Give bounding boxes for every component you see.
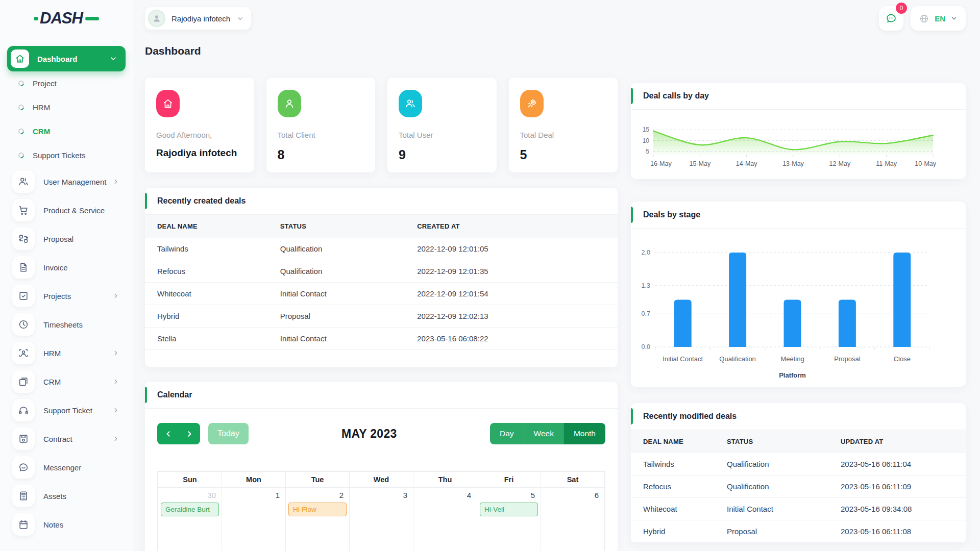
app-root: DASH Dashboard ProjectHRMCRMSupport Tick…	[0, 0, 980, 551]
page-title: Dashboard	[145, 45, 966, 57]
bullet-ring-icon	[17, 80, 25, 87]
deal-calls-card: Deal calls by day 1510516-May15-May14-Ma…	[631, 83, 966, 179]
svg-text:Platform: Platform	[779, 371, 806, 379]
card-title: Recently modified deals	[643, 412, 737, 420]
calendar-event[interactable]: Hi-Veil	[480, 503, 538, 516]
stat-card: Total User9	[387, 78, 497, 172]
calendar-view-week[interactable]: Week	[524, 423, 564, 444]
sidebar-item-assets[interactable]: Assets	[7, 482, 126, 510]
sidebar-item-project[interactable]: Project	[7, 71, 126, 95]
table-cell: Hybrid	[631, 520, 715, 543]
logo-text: DASH	[40, 9, 83, 28]
svg-text:16-May: 16-May	[650, 160, 672, 167]
table-cell: Qualification	[715, 475, 828, 498]
user-icon	[278, 90, 301, 117]
calendar-day-cell[interactable]: 2Hi-Flow	[286, 488, 350, 551]
calendar-today-button[interactable]: Today	[208, 423, 249, 444]
svg-text:Close: Close	[894, 355, 911, 363]
user-scan-icon	[12, 342, 35, 364]
chevron-left-icon	[164, 430, 173, 438]
messages-button[interactable]: 0	[879, 6, 903, 31]
sidebar-item-timesheets[interactable]: Timesheets	[7, 310, 126, 339]
table-cell: 2023-05-16 06:11:09	[828, 475, 966, 498]
svg-text:5: 5	[646, 148, 649, 155]
svg-text:10: 10	[643, 137, 650, 144]
table-cell: 2022-12-09 12:01:35	[405, 260, 618, 283]
svg-text:2.0: 2.0	[642, 249, 650, 256]
calendar-day-cell[interactable]: 3	[350, 488, 413, 551]
sidebar-item-hrm[interactable]: HRM	[7, 339, 126, 367]
calendar-day-cell[interactable]: 4	[413, 488, 477, 551]
sidebar-item-projects[interactable]: Projects	[7, 282, 126, 310]
svg-text:0.0: 0.0	[642, 343, 650, 350]
table-cell: Qualification	[268, 238, 405, 260]
sidebar-item-messenger[interactable]: Messenger	[7, 453, 126, 482]
calendar-day-cell[interactable]: 30Geraldine Burt	[158, 488, 222, 551]
weekday-header: Fri	[477, 472, 541, 488]
calendar-toolbar: Today MAY 2023 DayWeekMonth	[157, 423, 605, 444]
calendar-view-day[interactable]: Day	[490, 423, 524, 444]
chevron-right-icon	[112, 292, 119, 299]
sidebar-item-proposal[interactable]: Proposal	[7, 224, 126, 253]
sidebar-item-dashboard[interactable]: Dashboard	[7, 46, 126, 71]
table-row: StellaInitial Contact2023-05-16 06:08:22	[145, 328, 618, 350]
calendar-event[interactable]: Hi-Flow	[288, 503, 347, 516]
calculator-icon	[12, 485, 35, 507]
sidebar-nav: Dashboard ProjectHRMCRMSupport Tickets U…	[0, 37, 133, 539]
sidebar-item-crm[interactable]: CRM	[7, 367, 126, 396]
sidebar-items: User ManagementProduct & ServiceProposal…	[7, 167, 126, 539]
clock-icon	[12, 313, 35, 336]
app-logo[interactable]: DASH	[0, 0, 133, 37]
sidebar-item-crm[interactable]: CRM	[7, 119, 126, 143]
sidebar-item-support-ticket[interactable]: Support Ticket	[7, 396, 126, 424]
svg-text:12-May: 12-May	[829, 160, 850, 167]
sidebar-item-product-service[interactable]: Product & Service	[7, 196, 126, 224]
sidebar-item-notes[interactable]: Notes	[7, 510, 126, 539]
calendar-day-cell[interactable]: 6	[541, 488, 605, 551]
company-selector[interactable]: Rajodiya infotech	[145, 7, 251, 30]
table-cell: 2023-05-16 06:11:04	[828, 453, 966, 475]
table-cell: 2022-12-09 12:01:05	[405, 238, 618, 260]
day-number: 30	[161, 490, 219, 502]
frame-icon	[12, 370, 35, 393]
notebook-icon	[12, 513, 35, 536]
calendar-view-month[interactable]: Month	[564, 423, 605, 444]
sidebar-item-hrm[interactable]: HRM	[7, 95, 126, 119]
calendar-body: Today MAY 2023 DayWeekMonth SunMonTueWed…	[145, 409, 618, 551]
sidebar-item-user-management[interactable]: User Management	[7, 167, 126, 196]
day-number: 2	[288, 490, 347, 502]
svg-text:10-May: 10-May	[915, 160, 936, 167]
stat-label: Total Deal	[520, 131, 607, 139]
card-header: Recently created deals	[145, 188, 618, 215]
sidebar-item-contract[interactable]: Contract	[7, 424, 126, 453]
column-header: Status	[268, 215, 405, 238]
sidebar-item-label: Notes	[43, 520, 63, 529]
sidebar-item-invoice[interactable]: Invoice	[7, 253, 126, 282]
globe-icon	[919, 13, 929, 24]
calendar-event[interactable]: Geraldine Burt	[161, 503, 219, 516]
sidebar-item-label: Product & Service	[43, 206, 105, 215]
left-column: Good Afternoon,Rajodiya infotechTotal Cl…	[145, 57, 618, 551]
table-cell: Stella	[145, 328, 268, 350]
card-title: Calendar	[157, 390, 192, 399]
table-cell: Qualification	[715, 453, 828, 475]
svg-text:15: 15	[643, 126, 650, 133]
stat-card: Total Deal5	[509, 78, 618, 172]
stat-label: Total Client	[278, 131, 364, 139]
svg-text:Meeting: Meeting	[780, 355, 804, 363]
calendar-day-cell[interactable]: 1	[222, 488, 286, 551]
check-square-icon	[12, 285, 35, 307]
calendar-prev-button[interactable]	[157, 423, 179, 444]
sidebar-item-support-tickets[interactable]: Support Tickets	[7, 143, 126, 167]
table-row: WhitecoatInitial Contact2022-12-09 12:01…	[145, 283, 618, 305]
sidebar-item-label: Timesheets	[43, 320, 83, 329]
calendar-nav-buttons	[157, 423, 200, 444]
table-cell: Proposal	[268, 305, 405, 328]
calendar-next-button[interactable]	[179, 423, 200, 444]
language-selector[interactable]: EN	[911, 6, 966, 31]
table-row: TailwindsQualification2023-05-16 06:11:0…	[631, 453, 966, 475]
day-number: 4	[416, 490, 474, 502]
calendar-day-cell[interactable]: 5Hi-Veil	[477, 488, 541, 551]
chevron-right-icon	[112, 349, 119, 357]
rocket-icon	[520, 90, 544, 117]
